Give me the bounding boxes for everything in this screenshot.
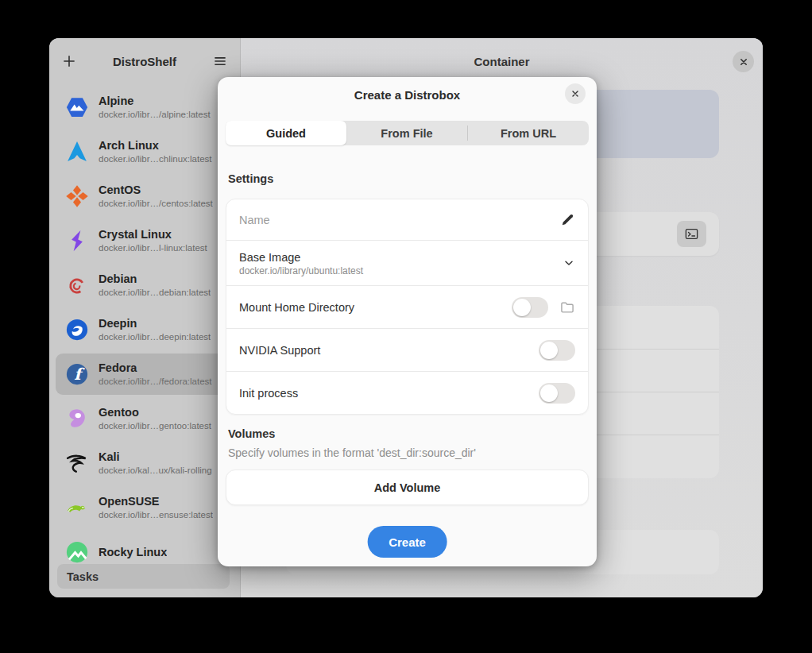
arch-logo-icon [65, 140, 89, 164]
alpine-logo-icon [65, 95, 89, 119]
plus-icon [61, 53, 77, 69]
distro-name: Alpine [99, 94, 211, 109]
rocky-logo-icon [65, 540, 89, 564]
dialog-header: Create a Distrobox [218, 77, 597, 112]
distro-image: docker.io/libr…ensuse:latest [99, 509, 213, 521]
distro-image: docker.io/libr…l-linux:latest [99, 242, 207, 254]
toggle-knob [513, 299, 531, 316]
distro-image: docker.io/libr…/centos:latest [99, 198, 213, 210]
centos-logo-icon [65, 184, 89, 208]
distro-image: docker.io/libr…debian:latest [99, 287, 211, 299]
sidebar-item-arch[interactable]: Arch Linuxdocker.io/libr…chlinux:latest [49, 129, 240, 174]
folder-icon [559, 299, 575, 315]
distro-image: docker.io/kal…ux/kali-rolling [99, 465, 212, 477]
distro-image: docker.io/libr…/alpine:latest [99, 109, 211, 121]
distro-name: Rocky Linux [99, 545, 167, 560]
dialog-close-button[interactable] [565, 83, 586, 104]
distro-name: Arch Linux [99, 138, 212, 153]
tab-from-url[interactable]: From URL [468, 121, 589, 145]
close-icon [738, 56, 749, 68]
fedora-logo-icon: f [65, 362, 89, 386]
open-terminal-button [677, 221, 706, 247]
terminal-icon [684, 226, 699, 241]
sidebar-item-deepin[interactable]: Deepindocker.io/libr…deepin:latest [49, 307, 240, 352]
settings-heading: Settings [228, 172, 273, 185]
edit-name-button[interactable] [560, 212, 575, 227]
base-image-row[interactable]: Base Image docker.io/library/ubuntu:late… [226, 240, 588, 285]
distro-name: OpenSUSE [99, 494, 213, 509]
volumes-heading: Volumes [228, 427, 275, 440]
toggle-knob [540, 342, 558, 359]
distro-name: Kali [99, 450, 212, 465]
choose-home-folder-button[interactable] [559, 299, 575, 315]
sidebar-item-crystal[interactable]: Crystal Linuxdocker.io/libr…l-linux:late… [49, 218, 240, 263]
deepin-logo-icon [65, 318, 89, 342]
sidebar-item-fedora[interactable]: f Fedoradocker.io/libr…/fedora:latest [49, 352, 240, 396]
name-row [226, 199, 588, 240]
kali-logo-icon [65, 451, 89, 475]
init-process-toggle[interactable] [539, 383, 575, 404]
dialog-title: Create a Distrobox [354, 88, 460, 102]
add-volume-button[interactable]: Add Volume [226, 469, 589, 505]
base-image-label: Base Image [239, 249, 563, 265]
init-process-row: Init process [226, 371, 588, 414]
new-container-button[interactable] [57, 49, 81, 73]
tab-from-file[interactable]: From File [346, 121, 467, 145]
gentoo-logo-icon [65, 407, 89, 431]
distro-name: Gentoo [99, 405, 211, 420]
sidebar-item-debian[interactable]: Debiandocker.io/libr…debian:latest [49, 263, 240, 307]
distro-image: docker.io/libr…chlinux:latest [99, 153, 212, 165]
settings-card: Base Image docker.io/library/ubuntu:late… [226, 199, 589, 415]
chevron-down-icon [563, 257, 575, 269]
sidebar-header: DistroShelf [49, 38, 240, 84]
create-distrobox-dialog: Create a Distrobox Guided From File From… [218, 77, 597, 566]
sidebar-item-kali[interactable]: Kalidocker.io/kal…ux/kali-rolling [49, 441, 240, 485]
nvidia-support-toggle[interactable] [539, 340, 575, 361]
distro-name: Deepin [99, 316, 211, 331]
distro-name: Crystal Linux [99, 227, 207, 242]
window-close-button[interactable] [733, 51, 754, 72]
debian-logo-icon [65, 273, 89, 297]
tab-guided[interactable]: Guided [226, 121, 346, 145]
mount-home-row: Mount Home Directory [226, 285, 588, 328]
toggle-knob [540, 384, 558, 402]
page-title: Container [474, 55, 529, 68]
distro-name: CentOS [99, 183, 213, 198]
mode-tabbar: Guided From File From URL [226, 121, 589, 145]
opensuse-logo-icon [65, 496, 89, 520]
sidebar-item-alpine[interactable]: Alpinedocker.io/libr…/alpine:latest [49, 85, 240, 129]
app-window: DistroShelf Alpinedocker.io/libr…/alpine… [49, 38, 763, 597]
sidebar-item-gentoo[interactable]: Gentoodocker.io/libr…gentoo:latest [49, 396, 240, 441]
name-input[interactable] [239, 214, 549, 226]
main-menu-button[interactable] [208, 49, 232, 73]
nvidia-support-row: NVIDIA Support [226, 328, 588, 371]
distro-image: docker.io/libr…gentoo:latest [99, 420, 211, 432]
app-title: DistroShelf [113, 55, 176, 68]
distro-image: docker.io/libr…deepin:latest [99, 331, 211, 343]
pencil-icon [560, 212, 575, 227]
sidebar-item-centos[interactable]: CentOSdocker.io/libr…/centos:latest [49, 174, 240, 218]
init-process-label: Init process [239, 387, 298, 400]
mount-home-toggle[interactable] [512, 297, 548, 318]
hamburger-menu-icon [212, 53, 228, 69]
nvidia-support-label: NVIDIA Support [239, 344, 320, 357]
close-icon [570, 89, 580, 99]
create-button[interactable]: Create [367, 526, 447, 558]
sidebar: DistroShelf Alpinedocker.io/libr…/alpine… [49, 38, 241, 597]
sidebar-item-opensuse[interactable]: OpenSUSEdocker.io/libr…ensuse:latest [49, 485, 240, 530]
tasks-button[interactable]: Tasks [57, 564, 230, 589]
distro-name: Debian [99, 272, 211, 287]
crystal-logo-icon [65, 229, 89, 253]
volumes-description: Specify volumes in the format 'dest_dir:… [228, 446, 476, 459]
distro-list: Alpinedocker.io/libr…/alpine:latest Arch… [49, 85, 240, 597]
base-image-value: docker.io/library/ubuntu:latest [239, 265, 563, 277]
distro-image: docker.io/libr…/fedora:latest [99, 376, 212, 388]
distro-name: Fedora [99, 361, 212, 376]
mount-home-label: Mount Home Directory [239, 301, 354, 314]
